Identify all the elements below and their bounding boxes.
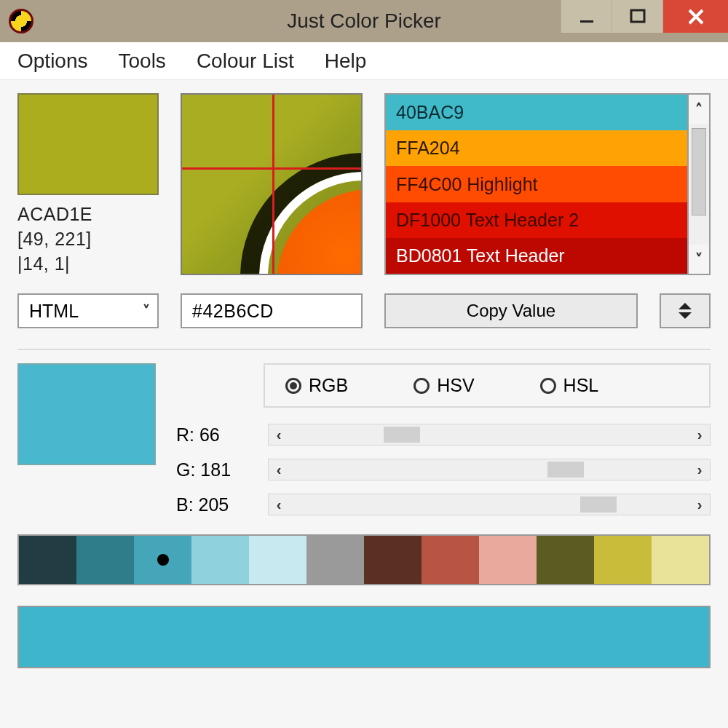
colour-list-item[interactable]: DF1000 Text Header 2 bbox=[386, 202, 687, 238]
slider-thumb[interactable] bbox=[580, 496, 617, 513]
close-icon bbox=[686, 7, 706, 27]
palette-cell[interactable] bbox=[191, 536, 249, 584]
chevron-left-icon: ‹ bbox=[277, 427, 282, 443]
picked-swatch bbox=[17, 93, 159, 195]
radio-hsl[interactable]: HSL bbox=[540, 375, 599, 396]
menu-tools[interactable]: Tools bbox=[119, 50, 166, 73]
channel-slider: R: 66‹› bbox=[176, 424, 711, 446]
slider-track[interactable]: ‹› bbox=[268, 494, 711, 515]
titlebar: Just Color Picker bbox=[0, 0, 728, 42]
scroll-thumb[interactable] bbox=[692, 128, 706, 215]
slider-increase-button[interactable]: › bbox=[689, 424, 710, 445]
scroll-up-button[interactable]: ˄ bbox=[689, 95, 709, 124]
menu-help[interactable]: Help bbox=[325, 50, 367, 73]
gradient-bar bbox=[17, 606, 711, 668]
chevron-left-icon: ‹ bbox=[277, 496, 282, 513]
svg-rect-1 bbox=[631, 10, 644, 22]
palette-cell[interactable] bbox=[306, 536, 364, 584]
colour-list[interactable]: 40BAC9FFA204FF4C00 HighlightDF1000 Text … bbox=[384, 93, 687, 275]
radio-hsl-label: HSL bbox=[563, 375, 599, 396]
chevron-left-icon: ‹ bbox=[277, 462, 282, 478]
editor-swatch bbox=[17, 363, 156, 465]
colour-list-item[interactable]: BD0801 Text Header bbox=[386, 238, 687, 274]
minimize-icon bbox=[577, 7, 596, 26]
slider-track[interactable]: ‹› bbox=[268, 424, 711, 446]
chevron-right-icon: › bbox=[697, 462, 703, 478]
radio-hsv[interactable]: HSV bbox=[414, 375, 474, 396]
copy-value-label: Copy Value bbox=[467, 301, 555, 321]
colour-list-scrollbar[interactable]: ˄ ˅ bbox=[687, 93, 711, 275]
format-select-value: HTML bbox=[29, 301, 79, 322]
format-select[interactable]: HTML ˅ bbox=[17, 293, 159, 328]
divider bbox=[17, 349, 711, 350]
slider-decrease-button[interactable]: ‹ bbox=[269, 424, 289, 445]
palette-cell[interactable] bbox=[594, 536, 652, 584]
palette-cell[interactable] bbox=[422, 536, 479, 584]
menu-colour-list[interactable]: Colour List bbox=[197, 50, 294, 73]
picked-info: ACAD1E [49, 221] |14, 1| bbox=[17, 202, 159, 276]
slider-thumb[interactable] bbox=[384, 427, 420, 443]
palette-cell[interactable] bbox=[652, 536, 709, 584]
slider-thumb[interactable] bbox=[547, 462, 584, 478]
radio-dot-icon bbox=[540, 378, 556, 394]
palette-cell[interactable] bbox=[76, 536, 134, 584]
crosshair-horizontal bbox=[182, 167, 361, 170]
chevron-up-icon: ˄ bbox=[695, 100, 703, 118]
colour-list-item[interactable]: FF4C00 Highlight bbox=[386, 166, 687, 202]
colour-value-field[interactable]: #42B6CD bbox=[181, 293, 363, 328]
colour-list-item[interactable]: 40BAC9 bbox=[386, 95, 687, 130]
palette-marker-icon bbox=[157, 554, 169, 566]
maximize-button[interactable] bbox=[612, 0, 662, 33]
chevron-down-icon: ˅ bbox=[143, 302, 150, 320]
palette-cell[interactable] bbox=[364, 536, 422, 584]
client-area: ACAD1E [49, 221] |14, 1| 40BAC9FFA204FF4… bbox=[0, 80, 728, 668]
crosshair-vertical bbox=[272, 95, 274, 274]
palette-cell[interactable] bbox=[479, 536, 537, 584]
palette-cell[interactable] bbox=[537, 536, 594, 584]
spinner-icon bbox=[677, 301, 693, 320]
channel-label: B: 205 bbox=[176, 494, 258, 515]
colour-model-group: RGB HSV HSL bbox=[264, 363, 711, 408]
picked-coords: [49, 221] bbox=[17, 227, 159, 252]
radio-rgb-label: RGB bbox=[309, 375, 348, 396]
chevron-down-icon: ˅ bbox=[695, 250, 703, 268]
window-buttons bbox=[561, 0, 728, 33]
scroll-down-button[interactable]: ˅ bbox=[689, 245, 709, 274]
channel-label: R: 66 bbox=[176, 424, 258, 446]
slider-increase-button[interactable]: › bbox=[689, 494, 710, 515]
radio-dot-icon bbox=[414, 378, 430, 394]
radio-rgb[interactable]: RGB bbox=[285, 375, 348, 396]
radio-dot-icon bbox=[285, 378, 301, 394]
menu-options[interactable]: Options bbox=[17, 50, 88, 73]
slider-track[interactable]: ‹› bbox=[268, 459, 711, 480]
picked-hex: ACAD1E bbox=[17, 202, 159, 227]
harmony-palette bbox=[17, 534, 711, 585]
chevron-right-icon: › bbox=[697, 427, 703, 443]
menubar: Options Tools Colour List Help bbox=[0, 42, 728, 80]
palette-cell[interactable] bbox=[134, 536, 191, 584]
channel-slider: B: 205‹› bbox=[176, 494, 711, 515]
palette-cell[interactable] bbox=[19, 536, 76, 584]
radio-hsv-label: HSV bbox=[437, 375, 474, 396]
slider-decrease-button[interactable]: ‹ bbox=[269, 494, 289, 515]
slider-decrease-button[interactable]: ‹ bbox=[269, 459, 289, 480]
colour-list-item[interactable]: FFA204 bbox=[386, 130, 687, 166]
app-icon bbox=[9, 9, 33, 33]
minimize-button[interactable] bbox=[561, 0, 612, 33]
svg-marker-2 bbox=[678, 303, 692, 309]
list-nav-spinner[interactable] bbox=[660, 293, 711, 328]
colour-value-text: #42B6CD bbox=[192, 301, 274, 322]
svg-rect-0 bbox=[580, 20, 593, 23]
picked-relative: |14, 1| bbox=[17, 252, 159, 277]
maximize-icon bbox=[628, 7, 647, 26]
slider-increase-button[interactable]: › bbox=[689, 459, 710, 480]
palette-cell[interactable] bbox=[249, 536, 306, 584]
copy-value-button[interactable]: Copy Value bbox=[384, 293, 638, 328]
channel-slider: G: 181‹› bbox=[176, 459, 711, 480]
svg-marker-3 bbox=[678, 312, 692, 319]
channel-label: G: 181 bbox=[176, 459, 258, 480]
close-button[interactable] bbox=[662, 0, 728, 33]
chevron-right-icon: › bbox=[697, 496, 703, 513]
zoom-preview bbox=[181, 93, 363, 275]
